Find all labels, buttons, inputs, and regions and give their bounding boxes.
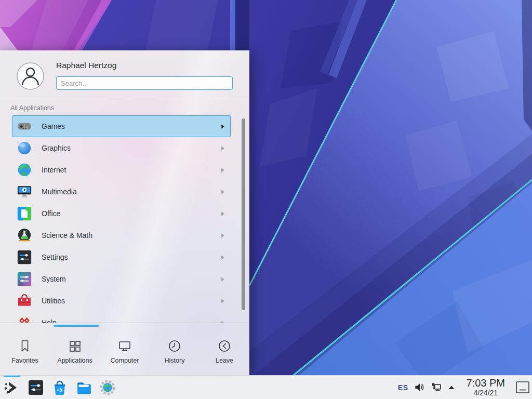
- application-launcher-menu: Raphael Hertzog All Applications Games: [0, 50, 249, 375]
- menu-item-help[interactable]: Help: [12, 312, 231, 323]
- globe-icon: [17, 162, 32, 178]
- tab-leave[interactable]: Leave: [200, 327, 249, 375]
- show-desktop-button[interactable]: [515, 376, 530, 399]
- submenu-arrow-icon: [220, 189, 225, 195]
- app-grid-icon: [68, 339, 82, 353]
- launcher-tab-bar: Favorites Applications Computer: [0, 323, 249, 375]
- system-tray: ES 7:03 PM 4/24/21: [398, 376, 532, 399]
- submenu-arrow-icon: [220, 233, 225, 238]
- menu-item-label: Settings: [42, 253, 220, 261]
- section-label: All Applications: [0, 99, 249, 115]
- clock-time: 7:03 PM: [467, 378, 505, 389]
- bookmark-icon: [18, 339, 32, 353]
- volume-icon[interactable]: [414, 382, 425, 393]
- submenu-arrow-icon: [220, 255, 225, 260]
- kde-globe-gear-icon[interactable]: [99, 379, 116, 396]
- launcher-header: Raphael Hertzog: [0, 50, 249, 99]
- tab-computer[interactable]: Computer: [100, 327, 150, 375]
- menu-item-label: Games: [42, 122, 220, 130]
- tab-label: Leave: [216, 357, 233, 364]
- leave-circle-icon: [217, 339, 232, 353]
- digital-clock[interactable]: 7:03 PM 4/24/21: [467, 378, 505, 397]
- tab-label: Favorites: [11, 357, 38, 364]
- system-settings-icon[interactable]: [28, 379, 44, 396]
- menu-item-label: Utilities: [42, 297, 220, 305]
- kde-launcher-icon: [4, 379, 20, 396]
- menu-item-label: Internet: [42, 166, 220, 174]
- menu-item-label: Graphics: [42, 144, 220, 152]
- wired-network-icon[interactable]: [431, 382, 442, 393]
- menu-item-label: Multimedia: [42, 188, 220, 196]
- active-tab-indicator: [54, 325, 99, 327]
- submenu-arrow-icon: [220, 145, 225, 151]
- system-sliders-icon: [17, 271, 32, 287]
- tab-applications[interactable]: Applications: [50, 327, 100, 375]
- multimedia-monitor-icon: [17, 184, 32, 200]
- gamepad-icon: [17, 118, 32, 134]
- category-list: Games Graphics Internet: [0, 115, 249, 323]
- help-icon: [17, 315, 32, 323]
- utilities-toolbox-icon: [17, 293, 32, 309]
- menu-item-office[interactable]: Office: [12, 203, 231, 224]
- office-document-icon: [17, 206, 32, 221]
- show-desktop-icon: [515, 381, 530, 394]
- menu-item-label: Office: [42, 209, 220, 218]
- taskbar-panel: ES 7:03 PM 4/24/21: [0, 375, 532, 399]
- submenu-arrow-icon: [220, 167, 225, 173]
- submenu-arrow-icon: [220, 211, 225, 217]
- user-avatar[interactable]: [17, 62, 44, 90]
- submenu-arrow-icon: [220, 124, 225, 129]
- expand-tray-arrow-icon[interactable]: [447, 383, 456, 392]
- submenu-arrow-icon: [220, 276, 225, 282]
- science-flask-icon: [17, 228, 32, 243]
- settings-sliders-icon: [17, 249, 32, 265]
- menu-item-settings[interactable]: Settings: [12, 246, 231, 268]
- user-name: Raphael Hertzog: [56, 61, 116, 70]
- menu-item-label: Help: [42, 318, 220, 323]
- submenu-arrow-icon: [220, 298, 225, 304]
- menu-item-label: Science & Math: [42, 231, 220, 240]
- clock-date: 4/24/21: [467, 389, 505, 397]
- keyboard-layout-indicator[interactable]: ES: [398, 383, 408, 392]
- menu-item-graphics[interactable]: Graphics: [12, 137, 231, 159]
- graphics-sphere-icon: [17, 140, 32, 156]
- file-manager-icon[interactable]: [75, 379, 92, 396]
- menu-item-games[interactable]: Games: [12, 115, 231, 137]
- tab-history[interactable]: History: [150, 327, 200, 375]
- menu-item-system[interactable]: System: [12, 268, 231, 290]
- monitor-icon: [117, 339, 132, 353]
- application-launcher-button[interactable]: [0, 376, 24, 399]
- discover-bag-icon[interactable]: [51, 379, 68, 396]
- tab-label: Computer: [111, 357, 139, 364]
- tab-favorites[interactable]: Favorites: [0, 327, 50, 375]
- menu-item-science-math[interactable]: Science & Math: [12, 224, 231, 246]
- search-input[interactable]: [56, 76, 233, 90]
- active-task-indicator: [4, 376, 20, 377]
- list-scrollbar[interactable]: [242, 118, 245, 310]
- menu-item-internet[interactable]: Internet: [12, 159, 231, 181]
- tab-label: History: [165, 357, 185, 364]
- menu-item-label: System: [42, 275, 220, 283]
- menu-item-multimedia[interactable]: Multimedia: [12, 181, 231, 203]
- tab-label: Applications: [57, 357, 92, 364]
- clock-icon: [167, 339, 182, 353]
- menu-item-utilities[interactable]: Utilities: [12, 290, 231, 312]
